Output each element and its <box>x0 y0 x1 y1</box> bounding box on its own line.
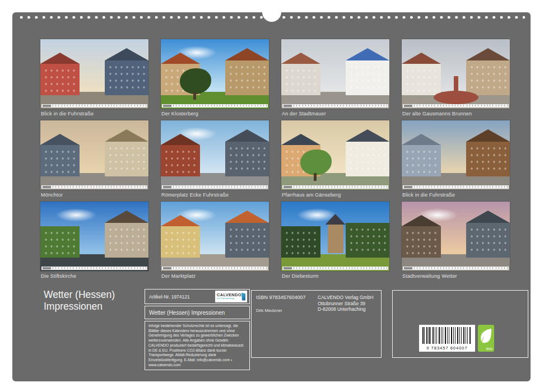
mini-calendar-strip <box>403 104 509 108</box>
scene-roof-right <box>225 211 269 223</box>
scene-building-right <box>466 223 510 258</box>
calendar-title: Wetter (Hessen) Impressionen <box>44 289 115 312</box>
mini-calendar-strip <box>41 185 147 189</box>
scene-roof-left <box>402 53 441 64</box>
photo-preview <box>281 39 389 109</box>
calvendo-wordmark: CALVENDO <box>217 293 241 297</box>
photo-caption: Römerplatz Ecke Fuhrstraße <box>161 192 269 198</box>
isbn-author-column: ISBN 9783457604007 Dirk Meutzner <box>256 295 318 353</box>
scene-building-left <box>40 226 80 258</box>
photo-preview <box>402 120 510 190</box>
scene-roof-left <box>402 134 441 145</box>
product-title-box: Wetter (Hessen) Impressionen <box>145 306 250 319</box>
scene-building-right <box>105 142 148 176</box>
scene-building-right <box>105 60 148 95</box>
scene-roof-right <box>225 48 269 60</box>
scene-building-right <box>105 223 148 258</box>
eco-badge: eco <box>478 325 494 352</box>
scene-building-right <box>466 60 510 95</box>
scene-building-right <box>225 142 269 176</box>
photo-caption: Die Stiftskirche <box>41 273 148 279</box>
publisher-address: CALVENDO Verlag GmbH Ottobrunner Straße … <box>318 295 374 353</box>
photo-caption: Pfarrhaus am Gänseberg <box>282 192 389 198</box>
photo-caption: Stadtverwaltung Wetter <box>402 273 510 279</box>
scene-building-left <box>402 145 441 176</box>
scene-building-left <box>161 226 200 258</box>
calendar-back-panel: Blick in die Fuhrstraße Der Klosterberg … <box>12 12 531 381</box>
mini-calendar-strip <box>282 267 388 270</box>
photo-preview <box>40 120 148 190</box>
scene-roof-right <box>346 48 389 60</box>
photo-preview <box>402 202 510 271</box>
product-title: Wetter (Hessen) Impressionen <box>149 310 225 316</box>
scene-roof-right <box>105 48 148 60</box>
photo-caption: Der Diebesturm <box>282 273 389 279</box>
scene-building-right <box>346 60 389 95</box>
photo-preview <box>161 120 269 190</box>
barcode-box: 9 783457 604007 eco <box>392 290 528 358</box>
scene-roof-left <box>40 53 80 64</box>
scene-building-right <box>225 60 269 95</box>
scene-roof-right <box>466 129 510 142</box>
info-middle-column: Artikel-Nr. 1974121 CALVENDO Der Kalende… <box>145 289 250 372</box>
publisher-info-box: ISBN 9783457604007 Dirk Meutzner CALVEND… <box>251 290 382 358</box>
legal-box: Infolge bestehender Schutzrechte ist es … <box>145 321 250 370</box>
scene-roof-left <box>281 53 320 64</box>
scene-building-left <box>40 145 80 176</box>
photo-caption: Der Klosterberg <box>161 111 269 116</box>
photo-caption: Mönchtor <box>41 192 148 198</box>
scene-building-left <box>281 64 320 95</box>
scene-building-left <box>281 226 320 258</box>
photo-preview <box>161 202 269 271</box>
scene-building-left <box>40 64 80 95</box>
calendar-photo-thumbnail: Der Marktplatz <box>161 202 269 279</box>
mini-calendar-strip <box>41 267 147 270</box>
photo-preview <box>161 39 269 109</box>
scene-roof-right <box>346 129 389 142</box>
mini-calendar-strip <box>162 267 268 270</box>
calendar-photo-thumbnail: Stadtverwaltung Wetter <box>402 202 510 279</box>
ean-barcode: 9 783457 604007 <box>419 325 475 352</box>
hanger-notch <box>262 12 281 22</box>
month-thumbnail-grid: Blick in die Fuhrstraße Der Klosterberg … <box>40 39 510 279</box>
mini-calendar-strip <box>162 185 268 189</box>
mini-calendar-strip <box>282 104 388 108</box>
barcode-digits: 9 783457 604007 <box>419 346 475 351</box>
scene-feature-shape <box>300 150 332 175</box>
calendar-photo-thumbnail: Die Stiftskirche <box>40 202 148 279</box>
scene-roof-right <box>105 129 148 142</box>
scene-building-right <box>225 223 269 258</box>
scene-roof-right <box>105 211 148 223</box>
scene-building-right <box>346 223 389 258</box>
legal-text: Infolge bestehender Schutzrechte ist es … <box>148 324 246 367</box>
scene-building-right <box>466 142 510 176</box>
eco-label: eco <box>486 347 492 351</box>
photo-caption: Blick in die Fuhrstraße <box>402 192 510 198</box>
scene-feature-shape <box>328 224 343 253</box>
article-number-box: Artikel-Nr. 1974121 CALVENDO Der Kalende… <box>145 289 250 304</box>
mini-calendar-strip <box>41 104 147 108</box>
mini-calendar-strip <box>162 104 268 108</box>
calvendo-logo-text: CALVENDO Der Kalenderverlag <box>217 293 241 300</box>
photo-caption: Der Marktplatz <box>161 273 269 279</box>
leaf-icon <box>480 328 492 346</box>
scene-roof-right <box>466 211 510 223</box>
calvendo-logo: CALVENDO Der Kalenderverlag <box>215 291 247 302</box>
calendar-photo-thumbnail: Blick in die Fuhrstraße <box>402 120 510 198</box>
scene-roof-left <box>281 134 320 145</box>
calendar-photo-thumbnail: Der Klosterberg <box>161 39 269 116</box>
mini-calendar-strip <box>282 185 388 189</box>
photo-preview <box>402 39 510 109</box>
scene-roof-left <box>40 134 80 145</box>
barcode-bars-icon <box>422 327 472 344</box>
photo-preview <box>281 202 389 271</box>
scene-feature-shape <box>434 91 478 104</box>
photo-caption: An der Stadtmauer <box>282 111 389 116</box>
scene-building-left <box>402 64 441 95</box>
calvendo-tagline: Der Kalenderverlag <box>217 298 241 300</box>
cloud-shape <box>56 208 96 222</box>
photo-caption: Blick in die Fuhrstraße <box>41 111 148 116</box>
photo-preview <box>281 120 389 190</box>
photo-preview <box>40 202 148 271</box>
calendar-page-icon <box>241 293 245 301</box>
